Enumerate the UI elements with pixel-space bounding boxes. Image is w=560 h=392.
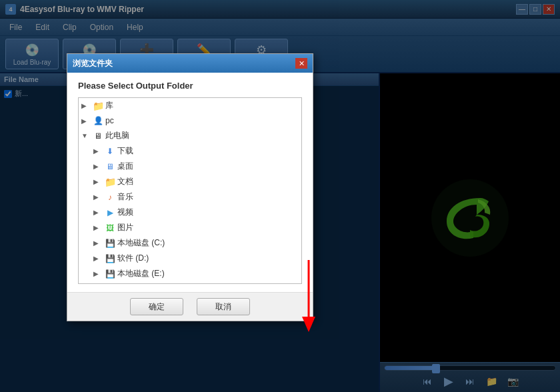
tree-label-downloads: 下载 [117, 145, 299, 157]
dialog-confirm-button[interactable]: 确定 [130, 298, 183, 315]
tree-label-thispc: 此电脑 [105, 130, 299, 141]
tree-arrow-music: ▶ [93, 193, 103, 201]
folder-dialog: 浏览文件夹 ✕ Please Select Output Folder ▶ 📁 … [67, 53, 313, 321]
tree-icon-desktop: 🖥 [104, 161, 116, 172]
app-window: 4 4Easysof Blu-ray to WMV Ripper — □ ✕ F… [0, 0, 560, 392]
tree-children-thispc: ▶ ⬇ 下载 ▶ 🖥 桌面 ▶ 📁 文档 [91, 143, 301, 281]
tree-icon-music: ♪ [104, 192, 116, 203]
tree-icon-thispc: 🖥 [92, 131, 104, 141]
tree-arrow-thispc: ▼ [81, 132, 91, 139]
tree-arrow-desktop: ▶ [93, 163, 103, 170]
tree-label-driveC: 本地磁盘 (C:) [117, 237, 299, 249]
tree-icon-driveD: 💾 [104, 253, 116, 264]
dialog-footer: 确定 取消 [67, 292, 313, 321]
tree-item-driveC[interactable]: ▶ 💾 本地磁盘 (C:) [91, 235, 301, 251]
tree-arrow-driveE: ▶ [93, 270, 103, 277]
tree-label-driveD: 软件 (D:) [117, 253, 299, 264]
tree-label-music: 音乐 [117, 191, 299, 203]
tree-icon-driveC: 💾 [104, 238, 116, 249]
tree-item-thispc[interactable]: ▼ 🖥 此电脑 [79, 128, 301, 143]
tree-arrow-videos: ▶ [93, 209, 103, 216]
tree-item-driveD[interactable]: ▶ 💾 软件 (D:) [91, 251, 301, 266]
tree-item-ku[interactable]: ▶ 📁 库 [79, 98, 301, 113]
tree-arrow-pc: ▶ [81, 117, 91, 125]
tree-label-driveE: 本地磁盘 (E:) [117, 268, 299, 279]
file-tree: ▶ 📁 库 ▶ 👤 pc ▼ 🖥 此电脑 [78, 97, 302, 284]
tree-item-miniencrypt[interactable]: ▶ 📁 MiNiEncrypt [79, 281, 301, 284]
tree-label-videos: 视频 [117, 207, 299, 218]
tree-item-videos[interactable]: ▶ ▶ 视频 [91, 205, 301, 220]
tree-label-documents: 文档 [117, 176, 299, 187]
tree-label-pc: pc [105, 116, 299, 125]
tree-item-downloads[interactable]: ▶ ⬇ 下载 [91, 143, 301, 159]
tree-icon-documents: 📁 [104, 177, 116, 187]
tree-icon-pc: 👤 [92, 115, 104, 126]
dialog-prompt: Please Select Output Folder [78, 81, 302, 91]
tree-icon-pictures: 🖼 [104, 223, 116, 233]
tree-arrow-pictures: ▶ [93, 224, 103, 231]
tree-item-pc[interactable]: ▶ 👤 pc [79, 113, 301, 128]
tree-arrow-driveD: ▶ [93, 255, 103, 262]
tree-arrow-documents: ▶ [93, 178, 103, 185]
dialog-overlay: 浏览文件夹 ✕ Please Select Output Folder ▶ 📁 … [0, 0, 560, 392]
tree-label-desktop: 桌面 [117, 161, 299, 172]
dialog-cancel-button[interactable]: 取消 [197, 298, 250, 315]
tree-icon-downloads: ⬇ [104, 146, 116, 157]
tree-arrow-driveC: ▶ [93, 239, 103, 247]
dialog-body: Please Select Output Folder ▶ 📁 库 ▶ 👤 pc [67, 73, 313, 292]
tree-arrow-ku: ▶ [81, 102, 91, 109]
tree-icon-videos: ▶ [104, 207, 116, 218]
dialog-close-button[interactable]: ✕ [295, 58, 307, 69]
dialog-title: 浏览文件夹 [73, 58, 113, 69]
tree-item-desktop[interactable]: ▶ 🖥 桌面 [91, 159, 301, 174]
tree-item-pictures[interactable]: ▶ 🖼 图片 [91, 220, 301, 235]
tree-icon-miniencrypt: 📁 [92, 283, 104, 284]
tree-icon-driveE: 💾 [104, 269, 116, 279]
dialog-titlebar: 浏览文件夹 ✕ [67, 54, 313, 73]
tree-arrow-downloads: ▶ [93, 147, 103, 155]
tree-label-ku: 库 [105, 100, 299, 111]
tree-item-music[interactable]: ▶ ♪ 音乐 [91, 189, 301, 205]
tree-label-pictures: 图片 [117, 222, 299, 233]
tree-icon-ku: 📁 [92, 101, 104, 111]
tree-item-driveE[interactable]: ▶ 💾 本地磁盘 (E:) [91, 266, 301, 281]
tree-item-documents[interactable]: ▶ 📁 文档 [91, 174, 301, 189]
